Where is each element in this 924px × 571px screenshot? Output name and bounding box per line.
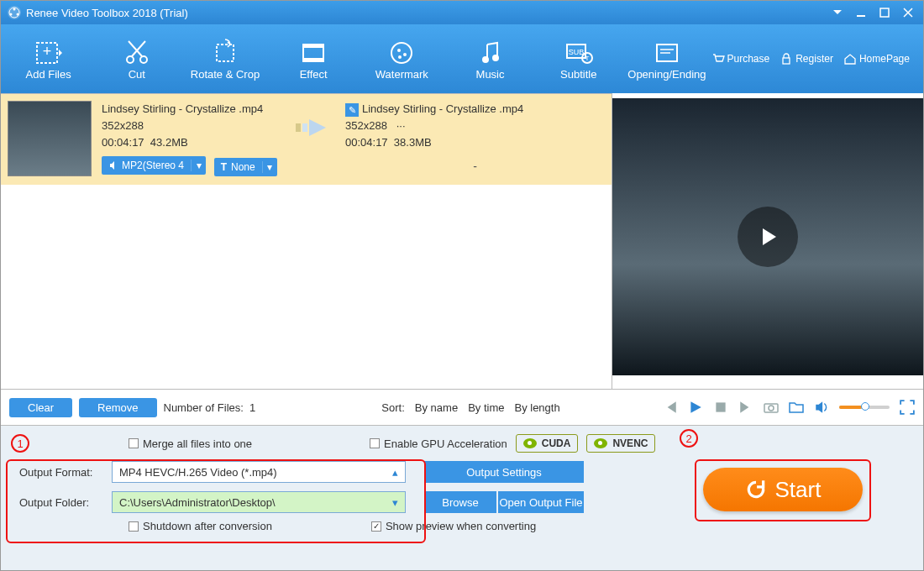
app-logo-icon bbox=[8, 6, 21, 19]
sort-by-length[interactable]: By length bbox=[514, 401, 559, 414]
dest-resolution: 352x288 ··· bbox=[345, 118, 605, 134]
open-output-file-button[interactable]: Open Output File bbox=[498, 491, 584, 513]
file-list: Lindsey Stirling - Crystallize .mp4 352x… bbox=[1, 93, 612, 389]
video-preview bbox=[612, 98, 923, 375]
svg-rect-5 bbox=[880, 8, 889, 17]
svg-rect-28 bbox=[296, 123, 301, 132]
svg-rect-13 bbox=[303, 58, 323, 61]
volume-icon[interactable] bbox=[814, 400, 829, 415]
progress-placeholder: - bbox=[345, 151, 605, 173]
subtitle-dropdown[interactable]: TNone ▾ bbox=[214, 158, 277, 176]
dest-duration-size: 00:04:17 38.3MB bbox=[345, 134, 605, 151]
output-folder-dropdown[interactable]: C:\Users\Administrator\Desktop\ ▾ bbox=[112, 491, 406, 513]
nvenc-badge: NVENC bbox=[586, 434, 655, 453]
play-button[interactable] bbox=[738, 207, 798, 267]
output-folder-label: Output Folder: bbox=[11, 496, 112, 509]
svg-point-32 bbox=[769, 406, 774, 411]
svg-point-17 bbox=[398, 55, 402, 59]
svg-rect-4 bbox=[857, 15, 865, 17]
svg-point-8 bbox=[127, 56, 134, 63]
stop-track-button[interactable] bbox=[713, 400, 728, 415]
close-button[interactable] bbox=[900, 4, 916, 21]
open-folder-button[interactable] bbox=[789, 400, 804, 415]
sort-label: Sort: bbox=[381, 401, 404, 414]
minimize-button[interactable] bbox=[853, 4, 869, 21]
app-title: Renee Video Toolbox 2018 (Trial) bbox=[26, 7, 188, 19]
toolbar-label: Cut bbox=[129, 68, 145, 81]
output-format-label: Output Format: bbox=[11, 466, 112, 479]
play-track-button[interactable] bbox=[688, 400, 703, 415]
source-duration-size: 00:04:17 43.2MB bbox=[102, 134, 293, 151]
toolbar-rotate-crop[interactable]: Rotate & Crop bbox=[181, 26, 269, 92]
show-preview-checkbox[interactable]: ✓Show preview when converting bbox=[371, 520, 536, 532]
volume-slider[interactable] bbox=[839, 406, 890, 409]
toolbar-add-files[interactable]: + Add Files bbox=[4, 26, 92, 92]
register-link[interactable]: Register bbox=[780, 52, 833, 65]
svg-text:SUB: SUB bbox=[568, 48, 584, 56]
maximize-button[interactable] bbox=[876, 4, 893, 21]
fullscreen-button[interactable] bbox=[900, 400, 915, 415]
sort-by-name[interactable]: By name bbox=[415, 401, 458, 414]
svg-rect-29 bbox=[302, 123, 307, 132]
toolbar-music[interactable]: Music bbox=[446, 26, 534, 92]
preview-panel bbox=[612, 93, 923, 389]
bottom-panel: 1 Merge all files into one Enable GPU Ac… bbox=[1, 426, 923, 570]
sort-by-time[interactable]: By time bbox=[468, 401, 504, 414]
svg-point-19 bbox=[492, 55, 499, 61]
start-button[interactable]: Start bbox=[703, 468, 863, 511]
annotation-2: 2 bbox=[680, 429, 698, 448]
toolbar-cut[interactable]: Cut bbox=[92, 26, 181, 92]
toolbar-effect[interactable]: Effect bbox=[270, 26, 358, 92]
toolbar-label: Effect bbox=[300, 68, 328, 81]
svg-point-16 bbox=[403, 53, 407, 56]
toolbar-label: Add Files bbox=[25, 68, 71, 81]
chevron-down-icon: ▾ bbox=[392, 496, 398, 509]
clear-button[interactable]: Clear bbox=[9, 398, 72, 417]
purchase-link[interactable]: Purchase bbox=[711, 52, 770, 65]
toolbar-label: Rotate & Crop bbox=[191, 68, 260, 81]
chevron-down-icon: ▾ bbox=[262, 161, 277, 173]
chevron-down-icon: ▾ bbox=[191, 160, 206, 171]
toolbar-label: Watermark bbox=[375, 68, 428, 81]
merge-checkbox[interactable]: Merge all files into one bbox=[129, 437, 252, 450]
remove-button[interactable]: Remove bbox=[79, 398, 156, 417]
refresh-icon bbox=[745, 479, 767, 500]
main-toolbar: + Add Files Cut Rotate & Crop Effect Wat… bbox=[1, 24, 923, 93]
gpu-checkbox[interactable]: Enable GPU Acceleration bbox=[370, 437, 507, 450]
toolbar-label: Music bbox=[476, 68, 505, 81]
svg-point-3 bbox=[17, 13, 19, 16]
file-row[interactable]: Lindsey Stirling - Crystallize .mp4 352x… bbox=[1, 94, 612, 185]
file-count-label: Number of Files: 1 bbox=[164, 401, 256, 414]
audio-dropdown[interactable]: MP2(Stereo 4 ▾ bbox=[102, 156, 206, 175]
prev-track-button[interactable] bbox=[663, 400, 678, 415]
toolbar-label: Subtitle bbox=[560, 68, 596, 81]
source-file-name: Lindsey Stirling - Crystallize .mp4 bbox=[102, 101, 293, 118]
svg-point-1 bbox=[13, 8, 16, 11]
browse-button[interactable]: Browse bbox=[424, 491, 496, 513]
output-format-dropdown[interactable]: MP4 HEVC/H.265 Video (*.mp4) ▴ bbox=[112, 461, 406, 483]
toolbar-label: Opening/Ending bbox=[627, 68, 706, 81]
output-settings-button[interactable]: Output Settings bbox=[424, 461, 584, 483]
next-track-button[interactable] bbox=[738, 400, 753, 415]
svg-text:T: T bbox=[585, 55, 589, 62]
toolbar-opening-ending[interactable]: Opening/Ending bbox=[622, 26, 711, 92]
source-resolution: 352x288 bbox=[102, 118, 293, 134]
preview-controls bbox=[663, 400, 915, 415]
homepage-link[interactable]: HomePage bbox=[843, 52, 910, 65]
annotation-1: 1 bbox=[11, 434, 29, 453]
svg-point-9 bbox=[140, 56, 147, 63]
shutdown-checkbox[interactable]: Shutdown after conversion bbox=[129, 520, 272, 532]
list-controls-bar: Clear Remove Number of Files: 1 Sort: By… bbox=[1, 389, 923, 426]
cuda-badge: CUDA bbox=[516, 434, 579, 453]
titlebar: Renee Video Toolbox 2018 (Trial) bbox=[1, 1, 923, 24]
menu-button[interactable] bbox=[829, 4, 846, 21]
svg-point-2 bbox=[10, 13, 13, 16]
edit-icon[interactable]: ✎ bbox=[345, 103, 359, 117]
svg-text:+: + bbox=[42, 43, 51, 60]
svg-rect-27 bbox=[783, 58, 790, 64]
toolbar-watermark[interactable]: Watermark bbox=[358, 26, 446, 92]
svg-point-15 bbox=[397, 49, 401, 52]
toolbar-subtitle[interactable]: SUBT Subtitle bbox=[534, 26, 622, 92]
chevron-up-icon: ▴ bbox=[392, 466, 398, 479]
snapshot-button[interactable] bbox=[764, 400, 779, 415]
